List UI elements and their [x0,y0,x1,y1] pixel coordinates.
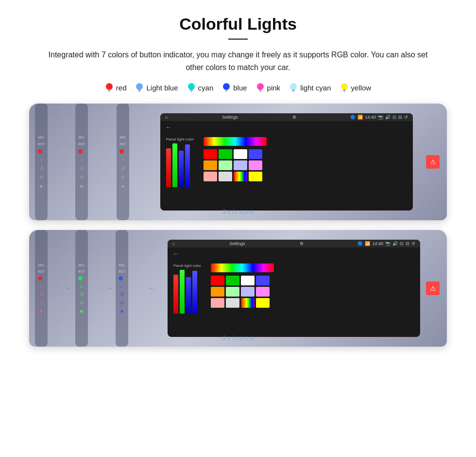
left-panel-mid: MIC RST ⌂ ↺ ⊙ ◈ [75,104,88,220]
color-label-lightcyan-text: light cyan [300,84,331,92]
bar-blue2[interactable] [185,144,190,187]
car-unit-top-body: MIC RST ⌂ ↺ ⊙ ◈ MIC RST ⌂ ↺ ⊙ ◈ [29,104,447,220]
panel-light-label: Panel light color [166,137,194,141]
screen-settings-icon: ⚙ [292,115,296,120]
color-cell-7[interactable] [249,160,262,170]
color-cell-b-4[interactable] [211,287,224,297]
watermark-top: Seicane [222,208,255,215]
bulb-icon-red [105,82,114,93]
color-cell-6[interactable] [234,160,247,170]
screen-content-bottom: Panel light color [168,260,420,317]
svg-point-0 [106,83,113,90]
screen-back-arrow[interactable]: ← [160,121,413,133]
color-cell-2[interactable] [234,149,247,159]
svg-rect-19 [343,89,346,91]
color-label-yellow: yellow [340,82,372,93]
color-cell-5[interactable] [219,160,232,170]
bar-b-blue1[interactable] [186,277,191,314]
car-unit-top: MIC RST ⌂ ↺ ⊙ ◈ MIC RST ⌂ ↺ ⊙ ◈ [19,104,457,220]
color-cell-b-0[interactable] [211,276,224,285]
btn-power-red-3[interactable] [119,149,124,154]
bar-b-blue2[interactable] [192,271,197,314]
screen-b-back-arrow[interactable]: ← [168,247,420,260]
bar-red[interactable] [166,148,171,187]
bottom-left-panel-3: MIC RST ⌂ ↺ ⊙ ◈ [116,230,128,347]
page-title: Colorful Lights [19,15,457,34]
color-label-cyan-text: cyan [198,84,214,92]
color-cell-b-1[interactable] [226,276,239,285]
description-text: Integrated with 7 colors of button indic… [44,49,432,73]
screen-b-settings-label: Settings [229,241,245,246]
color-label-pink: pink [256,82,281,93]
bar-blue1[interactable] [179,151,184,187]
bulb-icon-lightcyan [289,82,298,93]
color-cell-b-7[interactable] [256,287,270,297]
title-divider [228,38,248,40]
nav-arrow-1: ← [66,284,72,292]
color-cell-b-2[interactable] [241,276,255,285]
screen-b-time: 14:40 [372,241,383,246]
svg-point-3 [136,83,143,90]
color-grid-area-b [211,264,274,308]
page-container: Colorful Lights Integrated with 7 colors… [0,0,476,356]
rainbow-bar-b[interactable] [211,264,274,272]
car-unit-bottom-body: MIC RST ⌂ ↺ ⊙ ◈ ← MIC RST ⌂ ↺ ⊙ [29,230,447,347]
bar-green[interactable] [172,143,177,187]
btn-b-blue-1[interactable] [119,276,123,281]
bulb-icon-pink [256,82,265,93]
color-cell-1[interactable] [219,149,232,159]
color-cell-4[interactable] [204,160,217,170]
bulb-icon-blue [222,82,231,93]
color-labels-row: red Light blue cyan blue [19,82,457,93]
panel-light-label-b: Panel light color [173,264,201,268]
rainbow-bar[interactable] [204,137,267,146]
color-cell-b-6[interactable] [241,287,255,297]
color-cell-11[interactable] [249,172,262,181]
btn-power-red-1[interactable] [38,149,42,154]
bottom-left-panel-2: MIC RST ⌂ ↺ ⊙ ◈ [75,230,88,347]
svg-rect-7 [190,89,193,91]
color-cell-b-9[interactable] [226,298,239,308]
screen-status-icons: 🔵 📶 14:40 📷 🔊 ⊡ ⊟ ↺ [350,115,408,120]
left-panel-far: MIC RST ⌂ ↺ ⊙ ◈ [35,104,48,220]
color-cell-8[interactable] [204,172,217,181]
bulb-icon-yellow [340,82,349,93]
svg-point-9 [223,83,230,90]
color-label-pink-text: pink [267,84,281,92]
alert-btn-top[interactable]: ⚠ [426,155,440,169]
color-bars [166,143,194,187]
screen-settings-label: Settings [222,115,238,120]
alert-btn-bottom[interactable]: ⚠ [426,281,440,295]
svg-point-15 [290,83,297,90]
bar-b-red[interactable] [173,275,178,314]
color-cell-b-11[interactable] [256,298,270,308]
left-panel-arrow: MIC RST ⌂ ↺ ⊙ ◈ [117,104,129,220]
color-cell-3[interactable] [249,149,262,159]
color-label-lightblue-text: Light blue [146,84,178,92]
color-label-lightblue: Light blue [135,82,178,93]
color-cell-b-8[interactable] [211,298,224,308]
screen-top: ⌂ Settings ⚙ 🔵 📶 14:40 📷 🔊 ⊡ ⊟ ↺ [160,113,413,211]
svg-rect-4 [138,89,141,91]
btn-power-red-2[interactable] [78,149,83,154]
color-cell-10[interactable] [234,172,247,181]
screen-content-top: Panel light color [160,133,413,191]
color-label-blue: blue [222,82,247,93]
color-cell-0[interactable] [204,149,217,159]
svg-rect-13 [259,89,262,91]
bulb-icon-cyan [187,82,196,93]
color-cell-b-5[interactable] [226,287,239,297]
color-cell-b-10[interactable] [241,298,255,308]
watermark-bottom: Seicane [222,334,255,342]
bar-b-green[interactable] [180,270,185,314]
color-cell-9[interactable] [219,172,232,181]
svg-rect-1 [108,89,111,91]
nav-arrow-3: ← [148,284,155,292]
btn-b-red-1[interactable] [38,276,42,281]
nav-arrow-2: ← [107,284,114,292]
color-cell-b-3[interactable] [256,276,270,285]
btn-b-green-1[interactable] [78,276,83,281]
screen-b-home-icon: ⌂ [172,241,175,246]
color-grid [204,149,267,181]
color-label-lightcyan: light cyan [289,82,331,93]
